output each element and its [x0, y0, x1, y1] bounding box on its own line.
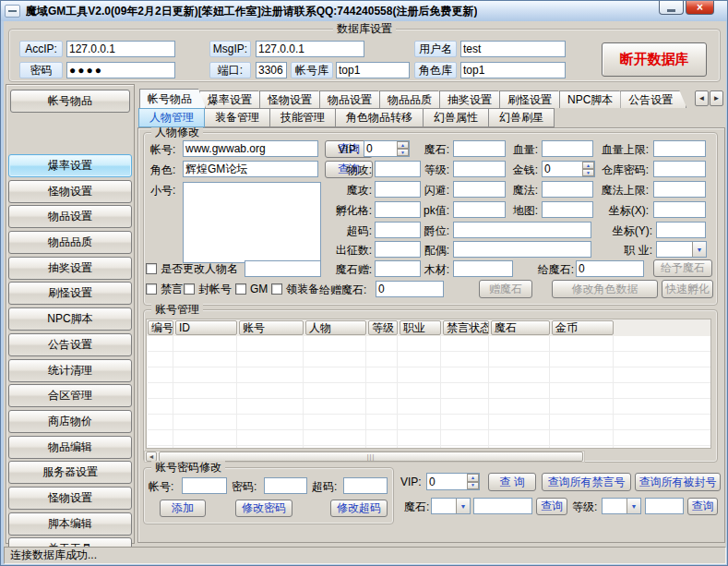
account-input[interactable]	[183, 140, 318, 157]
sidebar-item[interactable]: 怪物设置	[8, 180, 132, 203]
main-tab[interactable]: 帐号物品	[139, 89, 206, 108]
alts-textarea[interactable]	[183, 182, 321, 263]
give-stone-button[interactable]: 给予魔石	[653, 259, 712, 277]
sub-tab[interactable]: 幻兽属性	[423, 108, 489, 127]
role-input[interactable]	[183, 161, 318, 177]
tab-scroll-left-icon[interactable]: ◄	[695, 90, 709, 106]
rename-checkbox[interactable]: 是否更改人物名	[146, 262, 238, 275]
coord-y-input[interactable]	[656, 222, 706, 238]
msgip-input[interactable]	[256, 41, 364, 57]
checkbox-box[interactable]	[271, 283, 282, 295]
query-level-button[interactable]: 查询	[687, 498, 718, 515]
mute-checkbox[interactable]: 禁言	[146, 283, 183, 295]
main-tab[interactable]: 爆率设置	[199, 90, 266, 108]
accip-input[interactable]	[66, 41, 175, 57]
query-muted-button[interactable]: 查询所有禁言号	[542, 473, 631, 491]
change-super-button[interactable]: 修改超码	[330, 500, 388, 517]
pwd-password-input[interactable]	[264, 477, 307, 494]
role-db-input[interactable]	[460, 62, 566, 78]
modify-role-button[interactable]: 修改角色数据	[552, 280, 658, 298]
sidebar-item[interactable]: 抽奖设置	[8, 257, 132, 280]
table-column-header[interactable]: 编号	[148, 320, 173, 335]
table-column-header[interactable]: 等级	[368, 320, 398, 335]
main-tab[interactable]: 公告设置	[620, 90, 686, 108]
hp-max-input[interactable]	[653, 140, 706, 157]
dropdown-arrow-icon[interactable]: ▼	[692, 242, 706, 257]
username-input[interactable]	[460, 41, 566, 57]
checkbox-box[interactable]	[235, 283, 246, 295]
sub-tab[interactable]: 技能管理	[269, 108, 336, 127]
sidebar-item[interactable]: 刷怪设置	[8, 282, 132, 305]
spin-up-icon[interactable]: ▲	[467, 474, 479, 482]
grant-stone-input[interactable]	[376, 281, 444, 297]
spin-up-icon[interactable]: ▲	[397, 141, 409, 149]
stone-input[interactable]	[453, 140, 506, 157]
vip-input[interactable]	[364, 141, 397, 156]
money-input[interactable]	[543, 162, 582, 176]
checkbox-box[interactable]	[146, 263, 157, 274]
sidebar-item[interactable]: 怪物设置	[8, 487, 132, 510]
table-column-header[interactable]: 职业	[400, 320, 441, 335]
spin-down-icon[interactable]: ▼	[397, 149, 409, 156]
quick-hatch-button[interactable]: 快速孵化	[662, 280, 713, 298]
pk-value-input[interactable]	[453, 201, 506, 218]
query-vip-button[interactable]: 查 询	[488, 473, 536, 491]
main-tab[interactable]: NPC脚本	[559, 90, 627, 108]
give-stone-input[interactable]	[576, 260, 644, 277]
account-db-input[interactable]	[336, 62, 410, 78]
change-password-button[interactable]: 修改密码	[235, 500, 292, 517]
table-column-header[interactable]: 金币	[552, 320, 614, 335]
main-tab[interactable]: 抽奖设置	[439, 90, 506, 108]
dodge-input[interactable]	[453, 181, 506, 198]
disconnect-db-button[interactable]: 断开数据库	[602, 42, 707, 77]
sidebar-item[interactable]: 物品设置	[8, 205, 132, 228]
query-stone-button[interactable]: 查询	[536, 498, 567, 515]
main-tab[interactable]: 刷怪设置	[499, 90, 566, 108]
main-tab[interactable]: 怪物设置	[259, 90, 326, 108]
stone-op-dropdown[interactable]: ▼	[431, 498, 471, 514]
warehouse-pwd-input[interactable]	[653, 161, 706, 177]
level-op-dropdown[interactable]: ▼	[602, 498, 641, 514]
dropdown-arrow-icon[interactable]: ▼	[456, 499, 470, 513]
spouse-input[interactable]	[453, 241, 591, 258]
sub-tab[interactable]: 人物管理	[138, 108, 205, 127]
close-button[interactable]: ×	[686, 1, 714, 15]
sub-tab[interactable]: 装备管理	[204, 108, 270, 127]
gm-checkbox[interactable]: GM	[235, 283, 268, 295]
sidebar-item[interactable]: 脚本编辑	[8, 512, 132, 536]
tab-scroll-right-icon[interactable]: ►	[710, 90, 723, 106]
pwd-account-input[interactable]	[182, 477, 227, 494]
table-column-header[interactable]: 人物	[305, 320, 366, 335]
query-stone-input[interactable]	[473, 498, 532, 514]
sidebar-item[interactable]: 合区管理	[8, 384, 132, 407]
minimize-button[interactable]	[659, 1, 684, 15]
port-input[interactable]	[256, 62, 287, 78]
checkbox-box[interactable]	[146, 283, 157, 295]
sub-tab[interactable]: 角色物品转移	[335, 108, 424, 127]
rename-input[interactable]	[245, 260, 321, 277]
sidebar-item[interactable]: 公告设置	[8, 333, 132, 356]
ban-account-checkbox[interactable]: 封帐号	[184, 283, 232, 295]
spin-down-icon[interactable]: ▼	[467, 482, 479, 490]
query-level-input[interactable]	[645, 498, 684, 514]
main-tab[interactable]: 物品品质	[379, 90, 446, 108]
grant-stone-button[interactable]: 赠魔石	[479, 280, 532, 298]
sub-tab[interactable]: 幻兽刷星	[488, 108, 555, 127]
pwd-super-input[interactable]	[343, 477, 388, 494]
mp-max-input[interactable]	[653, 181, 706, 198]
job-dropdown[interactable]: ▼	[656, 241, 707, 258]
sidebar-item[interactable]: 物品编辑	[8, 436, 132, 459]
rank-input[interactable]	[453, 222, 591, 238]
table-column-header[interactable]: ID	[175, 320, 237, 335]
get-equip-checkbox[interactable]: 领装备	[271, 283, 319, 295]
sidebar-item[interactable]: 爆率设置	[8, 154, 132, 177]
table-column-header[interactable]: 禁言状态	[443, 320, 489, 335]
sidebar-item-account-items[interactable]: 帐号物品	[10, 90, 130, 113]
coord-x-input[interactable]	[653, 201, 706, 218]
sidebar-item[interactable]: 商店物价	[8, 410, 132, 433]
db-password-input[interactable]	[66, 62, 175, 78]
sidebar-item[interactable]: NPC脚本	[8, 307, 132, 331]
table-column-header[interactable]: 魔石	[491, 320, 550, 335]
table-column-header[interactable]: 账号	[239, 320, 304, 335]
level-input[interactable]	[453, 161, 506, 177]
